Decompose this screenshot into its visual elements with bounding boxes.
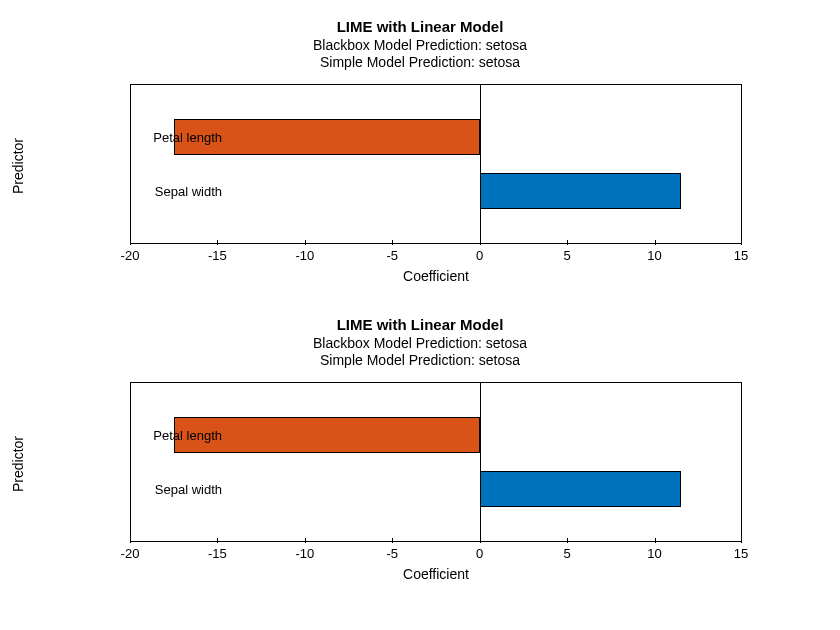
xtick-row: -20 -15 -10 -5 0 5 10 15 <box>130 248 742 266</box>
xtick-label: 5 <box>563 248 570 263</box>
xtick-label: -15 <box>208 248 227 263</box>
xtick-mark <box>130 538 131 543</box>
xtick-label: -20 <box>121 248 140 263</box>
chart-title: LIME with Linear Model <box>0 316 840 335</box>
xtick-label: -10 <box>295 546 314 561</box>
axes-box <box>130 84 742 244</box>
x-axis-label: Coefficient <box>130 268 742 284</box>
xtick-label: -10 <box>295 248 314 263</box>
xtick-mark <box>130 240 131 245</box>
xtick-mark <box>392 538 393 543</box>
xtick-mark <box>392 240 393 245</box>
xtick-label: 10 <box>647 546 661 561</box>
chart-subtitle-1: Blackbox Model Prediction: setosa <box>0 335 840 353</box>
subplot-1: LIME with Linear Model Blackbox Model Pr… <box>0 18 840 308</box>
xtick-mark <box>480 240 481 245</box>
axes-2 <box>130 382 742 542</box>
xtick-mark <box>655 538 656 543</box>
y-axis-label: Predictor <box>10 138 26 194</box>
ytick-label: Petal length <box>122 428 222 443</box>
xtick-row: -20 -15 -10 -5 0 5 10 15 <box>130 546 742 564</box>
xtick-mark <box>741 538 742 543</box>
chart-subtitle-2: Simple Model Prediction: setosa <box>0 54 840 72</box>
xtick-mark <box>217 240 218 245</box>
xtick-mark <box>305 538 306 543</box>
xtick-mark <box>305 240 306 245</box>
zero-line <box>480 382 481 542</box>
xtick-label: -15 <box>208 546 227 561</box>
xtick-label: -5 <box>387 546 399 561</box>
bar-sepal-width <box>480 471 681 507</box>
xtick-label: 0 <box>476 546 483 561</box>
ytick-label: Petal length <box>122 130 222 145</box>
xtick-mark <box>741 240 742 245</box>
subplot-2: LIME with Linear Model Blackbox Model Pr… <box>0 316 840 616</box>
xtick-mark <box>567 538 568 543</box>
y-axis-label: Predictor <box>10 436 26 492</box>
xtick-mark <box>567 240 568 245</box>
chart-title: LIME with Linear Model <box>0 18 840 37</box>
chart-titles-2: LIME with Linear Model Blackbox Model Pr… <box>0 316 840 370</box>
xtick-mark <box>655 240 656 245</box>
bar-sepal-width <box>480 173 681 209</box>
chart-titles-1: LIME with Linear Model Blackbox Model Pr… <box>0 18 840 72</box>
xtick-label: 5 <box>563 546 570 561</box>
xtick-label: -20 <box>121 546 140 561</box>
xtick-label: 15 <box>734 546 748 561</box>
zero-line <box>480 84 481 244</box>
ytick-label: Sepal width <box>122 482 222 497</box>
chart-subtitle-1: Blackbox Model Prediction: setosa <box>0 37 840 55</box>
xtick-mark <box>217 538 218 543</box>
chart-subtitle-2: Simple Model Prediction: setosa <box>0 352 840 370</box>
figure: LIME with Linear Model Blackbox Model Pr… <box>0 0 840 630</box>
axes-box <box>130 382 742 542</box>
xtick-label: 10 <box>647 248 661 263</box>
x-axis-label: Coefficient <box>130 566 742 582</box>
xtick-label: 0 <box>476 248 483 263</box>
xtick-label: 15 <box>734 248 748 263</box>
xtick-mark <box>480 538 481 543</box>
ytick-label: Sepal width <box>122 184 222 199</box>
axes-1 <box>130 84 742 244</box>
xtick-label: -5 <box>387 248 399 263</box>
